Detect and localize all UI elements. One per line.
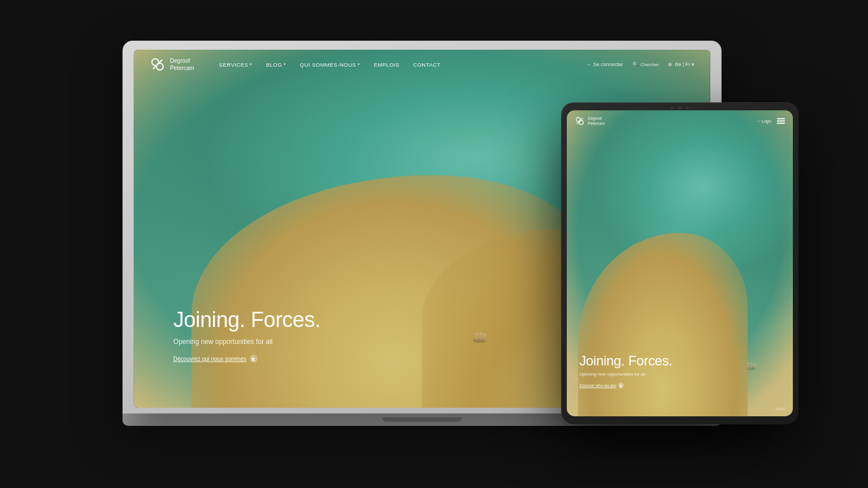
tablet-people-illustration <box>743 358 759 371</box>
tablet-nav-right: → Login <box>757 118 785 124</box>
tablet-scroll-indicator: ↓ scroll <box>772 407 785 411</box>
globe-icon: ⊕ <box>668 62 672 67</box>
nav-item-emplois[interactable]: EMPLOIS <box>367 62 407 68</box>
chevron-down-icon: ▾ <box>358 62 360 67</box>
svg-line-12 <box>577 118 583 124</box>
svg-point-4 <box>475 333 479 336</box>
hamburger-line-1 <box>777 118 785 119</box>
tablet-logo[interactable]: Degroof Petercam <box>575 116 605 126</box>
tablet-dot-2 <box>686 106 689 109</box>
tablet-hero-content: Joining. Forces. Opening new opportuniti… <box>579 354 672 388</box>
laptop-notch <box>383 417 462 422</box>
svg-rect-18 <box>750 365 753 368</box>
laptop-hero-content: Joining. Forces. Opening new opportuniti… <box>173 308 320 363</box>
tablet-camera <box>678 106 682 109</box>
search-button[interactable]: 🔍 Chercher <box>632 62 659 67</box>
tablet-login-icon: → <box>757 119 761 123</box>
chevron-down-icon: ▾ <box>284 62 286 67</box>
tablet-cta-link[interactable]: Discover who we are ▶ <box>579 382 672 388</box>
login-button[interactable]: → Se connecter <box>586 62 623 67</box>
svg-rect-8 <box>479 336 483 340</box>
laptop-navbar: Degroof Petercam SERVICES ▾ BLOG <box>134 50 710 79</box>
play-icon: ▶ <box>250 355 258 363</box>
svg-rect-9 <box>483 337 487 341</box>
tablet-camera-row <box>671 106 689 109</box>
tablet-website: Degroof Petercam → Login <box>567 110 793 416</box>
locale-switcher[interactable]: ⊕ Be | Fr ▾ <box>668 62 694 67</box>
tablet-logo-icon <box>575 116 585 126</box>
tablet-navbar: Degroof Petercam → Login <box>567 110 793 132</box>
nav-item-blog[interactable]: BLOG ▾ <box>259 62 293 68</box>
tablet-device: Degroof Petercam → Login <box>561 102 798 424</box>
tablet-play-icon: ▶ <box>618 382 624 388</box>
tablet-screen: Degroof Petercam → Login <box>567 110 793 416</box>
laptop-hero-subtitle: Opening new opportunities for all <box>173 338 320 346</box>
chevron-down-icon: ▾ <box>250 62 252 67</box>
svg-rect-17 <box>747 365 749 369</box>
login-icon: → <box>586 62 591 67</box>
scene: Degroof Petercam SERVICES ▾ BLOG <box>0 0 868 488</box>
nav-item-contact[interactable]: CONTACT <box>406 62 448 68</box>
svg-point-6 <box>483 333 487 337</box>
tablet-logo-text: Degroof Petercam <box>588 116 605 126</box>
search-icon: 🔍 <box>632 62 639 67</box>
svg-point-16 <box>754 363 757 365</box>
svg-rect-19 <box>754 366 756 369</box>
tablet-outer: Degroof Petercam → Login <box>561 102 798 424</box>
hamburger-line-2 <box>777 120 785 121</box>
hamburger-line-3 <box>777 123 785 124</box>
logo-text: Degroof Petercam <box>170 57 194 72</box>
svg-point-5 <box>479 332 483 336</box>
svg-point-15 <box>750 361 753 364</box>
svg-point-14 <box>747 362 750 365</box>
laptop-hero-title: Joining. Forces. <box>173 308 320 332</box>
svg-rect-7 <box>475 336 479 341</box>
laptop-cta-link[interactable]: Découvrez qui nous sommes ▶ <box>173 355 320 363</box>
tablet-login-button[interactable]: → Login <box>757 119 771 123</box>
nav-item-services[interactable]: SERVICES ▾ <box>212 62 259 68</box>
svg-line-2 <box>153 60 162 69</box>
laptop-nav-right: → Se connecter 🔍 Chercher ⊕ Be | Fr ▾ <box>586 62 695 67</box>
laptop-logo[interactable]: Degroof Petercam <box>150 56 194 72</box>
nav-item-about[interactable]: QUI SOMMES-NOUS ▾ <box>293 62 367 68</box>
degroof-logo-icon <box>150 56 166 72</box>
people-illustration <box>468 326 491 343</box>
tablet-hero-subtitle: Opening new opportunities for all <box>579 372 672 377</box>
tablet-hero-title: Joining. Forces. <box>579 354 672 368</box>
laptop-nav-links: SERVICES ▾ BLOG ▾ QUI SOMMES-NOUS ▾ <box>212 62 586 68</box>
tablet-hamburger-menu[interactable] <box>777 118 785 124</box>
tablet-dot-1 <box>671 106 674 109</box>
